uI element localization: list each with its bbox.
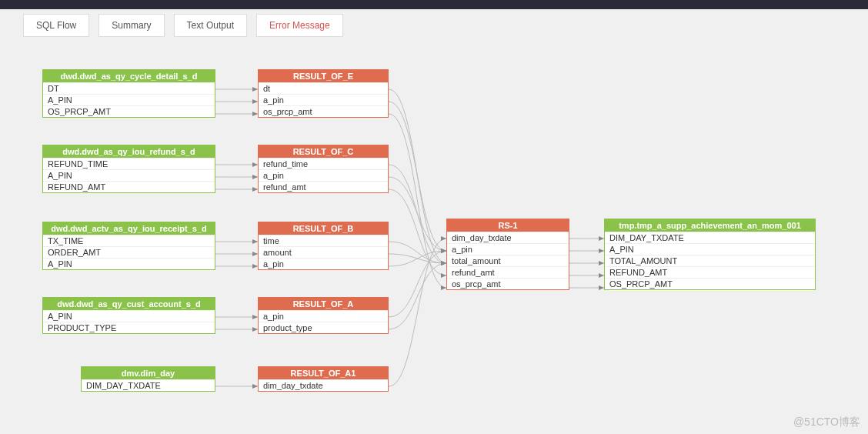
column-row[interactable]: A_PIN — [43, 169, 215, 181]
column-row[interactable]: refund_time — [259, 158, 388, 169]
column-row[interactable]: REFUND_AMT — [605, 266, 815, 278]
column-row[interactable]: A_PIN — [43, 310, 215, 322]
node-header: RESULT_OF_B — [259, 222, 388, 235]
node-header: dmv.dim_day — [82, 367, 215, 379]
node-header: RESULT_OF_E — [259, 70, 388, 82]
column-row[interactable]: TOTAL_AMOUNT — [605, 255, 815, 266]
node-rs1[interactable]: RS-1dim_day_txdatea_pintotal_amountrefun… — [446, 219, 569, 290]
column-row[interactable]: A_PIN — [43, 94, 215, 105]
node-resC[interactable]: RESULT_OF_Crefund_timea_pinrefund_amt — [258, 145, 389, 193]
column-row[interactable]: DT — [43, 82, 215, 94]
column-row[interactable]: amount — [259, 246, 388, 258]
column-row[interactable]: dim_day_txdate — [259, 379, 388, 391]
column-row[interactable]: time — [259, 235, 388, 246]
column-row[interactable]: DIM_DAY_TXDATE — [605, 232, 815, 243]
column-row[interactable]: PRODUCT_TYPE — [43, 322, 215, 333]
column-row[interactable]: total_amount — [447, 255, 569, 266]
column-row[interactable]: dim_day_txdate — [447, 232, 569, 243]
node-header: RESULT_OF_A1 — [259, 367, 388, 379]
column-row[interactable]: A_PIN — [43, 258, 215, 269]
column-row[interactable]: A_PIN — [605, 243, 815, 255]
column-row[interactable]: a_pin — [259, 310, 388, 322]
node-header: tmp.tmp_a_supp_achievement_an_mom_001 — [605, 219, 815, 232]
column-row[interactable]: product_type — [259, 322, 388, 333]
column-row[interactable]: dt — [259, 82, 388, 94]
node-header: dwd.dwd_actv_as_qy_iou_receipt_s_d — [43, 222, 215, 235]
column-row[interactable]: refund_amt — [259, 181, 388, 192]
column-row[interactable]: a_pin — [259, 94, 388, 105]
node-header: RESULT_OF_C — [259, 145, 388, 158]
tab-text-output[interactable]: Text Output — [174, 14, 247, 37]
column-row[interactable]: a_pin — [259, 258, 388, 269]
column-row[interactable]: REFUND_AMT — [43, 181, 215, 192]
node-resB[interactable]: RESULT_OF_Btimeamounta_pin — [258, 222, 389, 270]
watermark: @51CTO博客 — [793, 416, 860, 429]
node-src1[interactable]: dwd.dwd_as_qy_cycle_detail_s_dDTA_PINOS_… — [42, 69, 215, 118]
column-row[interactable]: ORDER_AMT — [43, 246, 215, 258]
column-row[interactable]: OS_PRCP_AMT — [605, 278, 815, 289]
column-row[interactable]: OS_PRCP_AMT — [43, 105, 215, 117]
column-row[interactable]: refund_amt — [447, 266, 569, 278]
column-row[interactable]: os_prcp_amt — [447, 278, 569, 289]
tab-sql-flow[interactable]: SQL Flow — [23, 14, 89, 37]
column-row[interactable]: REFUND_TIME — [43, 158, 215, 169]
node-src3[interactable]: dwd.dwd_actv_as_qy_iou_receipt_s_dTX_TIM… — [42, 222, 215, 270]
column-row[interactable]: a_pin — [259, 169, 388, 181]
node-header: dwd.dwd_as_qy_iou_refund_s_d — [43, 145, 215, 158]
node-src5[interactable]: dmv.dim_dayDIM_DAY_TXDATE — [81, 366, 215, 392]
node-resE[interactable]: RESULT_OF_Edta_pinos_prcp_amt — [258, 69, 389, 118]
node-header: dwd.dwd_as_qy_cycle_detail_s_d — [43, 70, 215, 82]
node-resA[interactable]: RESULT_OF_Aa_pinproduct_type — [258, 297, 389, 334]
node-header: dwd.dwd_as_qy_cust_account_s_d — [43, 298, 215, 310]
column-row[interactable]: a_pin — [447, 243, 569, 255]
node-src2[interactable]: dwd.dwd_as_qy_iou_refund_s_dREFUND_TIMEA… — [42, 145, 215, 193]
tab-error-message[interactable]: Error Message — [256, 14, 343, 37]
tab-bar: SQL Flow Summary Text Output Error Messa… — [0, 9, 868, 40]
node-header: RESULT_OF_A — [259, 298, 388, 310]
node-src4[interactable]: dwd.dwd_as_qy_cust_account_s_dA_PINPRODU… — [42, 297, 215, 334]
node-resA1[interactable]: RESULT_OF_A1dim_day_txdate — [258, 366, 389, 392]
node-out[interactable]: tmp.tmp_a_supp_achievement_an_mom_001DIM… — [604, 219, 816, 290]
diagram-canvas[interactable]: dwd.dwd_as_qy_cycle_detail_s_dDTA_PINOS_… — [0, 40, 868, 434]
column-row[interactable]: os_prcp_amt — [259, 105, 388, 117]
column-row[interactable]: DIM_DAY_TXDATE — [82, 379, 215, 391]
tab-summary[interactable]: Summary — [98, 14, 164, 37]
top-bar — [0, 0, 868, 9]
column-row[interactable]: TX_TIME — [43, 235, 215, 246]
node-header: RS-1 — [447, 219, 569, 232]
